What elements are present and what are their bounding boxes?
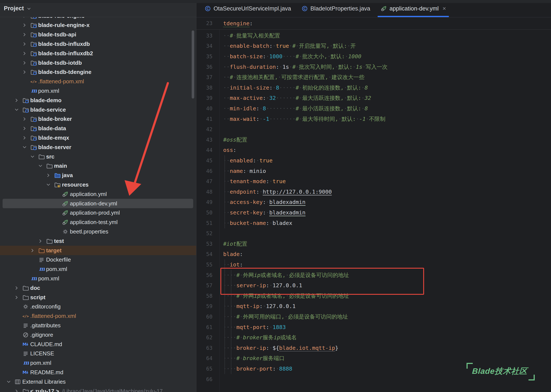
tree-item-blade-broker[interactable]: blade-broker [0, 114, 196, 124]
tree-item-application-prod.yml[interactable]: application-prod.yml [0, 208, 196, 218]
tree-item-java[interactable]: java [0, 171, 196, 180]
code-line-59[interactable]: 59····mqtt-ip:·127.0.0.1 [196, 301, 551, 311]
chevron-right-icon[interactable] [14, 98, 22, 103]
code-line-38[interactable]: 38··initial-size:·8·····#·初始化的连接数,·默认:·8 [196, 83, 551, 93]
tree-item--zulu-17-[interactable]: < zulu-17 >/Library/Java/JavaVirtualMach… [0, 386, 196, 392]
code-line-54[interactable]: 54blade: [196, 249, 551, 259]
tree-item-blade-tsdb-influxdb2[interactable]: blade-tsdb-influxdb2 [0, 49, 196, 58]
file-spring-icon [62, 210, 70, 216]
tree-item-application-test.yml[interactable]: application-test.yml [0, 218, 196, 227]
code-line-33[interactable]: 33··#·批量写入相关配置 [196, 30, 551, 41]
chevron-right-icon[interactable] [22, 135, 30, 140]
tree-item-external-libraries[interactable]: External Libraries [0, 377, 196, 386]
chevron-right-icon[interactable] [22, 51, 30, 56]
code-line-34[interactable]: 34··enable-batch:·true·#·开启批量写,·默认:·开 [196, 41, 551, 51]
file-spring-icon [62, 200, 70, 207]
chevron-right-icon[interactable] [14, 286, 22, 290]
chevron-right-icon[interactable] [22, 42, 30, 47]
tree-item-pom.xml[interactable]: mpom.xml [0, 86, 196, 96]
code-line-47[interactable]: 47··tenant-mode:·true [196, 176, 551, 187]
tree-item-blade-tsdb-tdengine[interactable]: blade-tsdb-tdengine [0, 68, 196, 77]
code-line-43[interactable]: 43#oss配置 [196, 134, 551, 145]
tab-label: OtaSecureUrlServiceImpl.java [214, 5, 291, 12]
chevron-right-icon[interactable] [22, 126, 30, 131]
tree-item-blade-data[interactable]: blade-data [0, 124, 196, 133]
project-tree-scrollbar[interactable] [192, 30, 194, 98]
editor-pane[interactable]: 23tdengine: 33··#·批量写入相关配置34··enable-bat… [196, 17, 551, 392]
chevron-down-icon[interactable] [46, 182, 54, 187]
code-line-37[interactable]: 37··#·连接池相关配置,·可按需求进行配置,·建议改大一些 [196, 72, 551, 83]
code-line-51[interactable]: 51··bucket-name:·bladex [196, 218, 551, 228]
code-line-36[interactable]: 36··flush-duration:·1s·#·批次写入时间,·默认:·1s·… [196, 62, 551, 72]
tree-item-main[interactable]: main [0, 161, 196, 171]
tree-item-resources[interactable]: resources [0, 180, 196, 189]
tree-item-beetl.properties[interactable]: beetl.properties [0, 227, 196, 236]
tree-item-src[interactable]: src [0, 152, 196, 161]
code-line-40[interactable]: 40··min-idle:·8·········#·最小活跃连接数,·默认:·8 [196, 103, 551, 114]
tree-item-dockerfile[interactable]: Dockerfile [0, 255, 196, 265]
tree-item-claude.md[interactable]: MCLAUDE.md [0, 340, 196, 349]
chevron-down-icon[interactable] [14, 107, 22, 112]
tree-item-blade-tsdb-iotdb[interactable]: blade-tsdb-iotdb [0, 58, 196, 68]
tree-item-test[interactable]: test [0, 236, 196, 246]
chevron-right-icon[interactable] [46, 173, 54, 178]
code-line-60[interactable]: 60····#·外网可用的端口,·必须是设备可访问的地址 [196, 311, 551, 322]
tree-item-blade-emqx[interactable]: blade-emqx [0, 133, 196, 142]
code-line-63[interactable]: 63····broker-ip:·${blade.iot.mqtt-ip} [196, 343, 551, 353]
tree-item-application.yml[interactable]: application.yml [0, 189, 196, 199]
code-line-41[interactable]: 41··max-wait:·-1········#·最大等待时间,·默认:·-1… [196, 114, 551, 124]
tree-item-readme.md[interactable]: MREADME.md [0, 368, 196, 377]
code-line-44[interactable]: 44oss: [196, 145, 551, 155]
chevron-down-icon[interactable] [6, 379, 14, 384]
code-line-52[interactable]: 52 [196, 228, 551, 239]
code-line-48[interactable]: 48··endpoint:·http://127.0.0.1:9000 [196, 187, 551, 197]
tree-item-blade-demo[interactable]: blade-demo [0, 96, 196, 105]
tree-item-.flattened-pom.xml[interactable]: </>.flattened-pom.xml [0, 77, 196, 86]
chevron-right-icon[interactable] [22, 32, 30, 37]
tree-item-.flattened-pom.xml[interactable]: </>.flattened-pom.xml [0, 311, 196, 321]
chevron-right-icon[interactable] [38, 239, 46, 244]
chevron-down-icon[interactable] [38, 163, 46, 168]
tree-item-.editorconfig[interactable]: .editorconfig [0, 302, 196, 311]
code-text: blade: [223, 249, 243, 259]
code-line-39[interactable]: 39··max-active:·32······#·最大活跃连接数,·默认:·3… [196, 93, 551, 103]
code-text: #oss配置 [223, 134, 247, 145]
tree-item-pom.xml[interactable]: mpom.xml [0, 274, 196, 283]
tree-item-target[interactable]: target [0, 246, 196, 255]
chevron-right-icon[interactable] [22, 23, 30, 28]
tree-item-blade-service[interactable]: blade-service [0, 105, 196, 114]
chevron-right-icon[interactable] [30, 248, 38, 253]
watermark-open-bracket-icon [466, 363, 473, 369]
tree-item-license[interactable]: LICENSE [0, 349, 196, 358]
tree-item-application-dev.yml[interactable]: application-dev.yml [3, 199, 193, 208]
chevron-right-icon[interactable] [14, 389, 22, 392]
chevron-right-icon[interactable] [22, 70, 30, 75]
tree-item-.gitignore[interactable]: .gitignore [0, 330, 196, 340]
tree-item-blade-tsdb-api[interactable]: blade-tsdb-api [0, 30, 196, 39]
code-line-45[interactable]: 45··enabled:·true [196, 155, 551, 166]
tree-item-blade-tsdb-influxdb[interactable]: blade-tsdb-influxdb [0, 39, 196, 49]
code-line-53[interactable]: 53#iot配置 [196, 239, 551, 249]
close-icon[interactable]: × [443, 6, 446, 12]
tree-item-blade-rule-engine-x[interactable]: blade-rule-engine-x [0, 21, 196, 30]
tree-item-.gitattributes[interactable]: .gitattributes [0, 321, 196, 330]
code-line-61[interactable]: 61····mqtt-port:·1883 [196, 322, 551, 332]
code-line-64[interactable]: 64····#·broker服务端口 [196, 353, 551, 364]
code-line-50[interactable]: 50··secret-key:·bladexadmin [196, 207, 551, 218]
code-line-62[interactable]: 62····#·broker服务ip或域名 [196, 332, 551, 343]
tree-item-blade-server[interactable]: blade-server [0, 142, 196, 152]
tree-item-script[interactable]: script [0, 293, 196, 302]
chevron-down-icon[interactable] [30, 154, 38, 159]
tree-item-pom.xml[interactable]: mpom.xml [0, 265, 196, 274]
tree-item-doc[interactable]: doc [0, 283, 196, 293]
chevron-right-icon[interactable] [22, 117, 30, 121]
chevron-right-icon[interactable] [14, 295, 22, 300]
chevron-down-icon[interactable] [22, 145, 30, 150]
chevron-down-icon[interactable] [27, 7, 31, 12]
chevron-right-icon[interactable] [22, 60, 30, 65]
code-line-49[interactable]: 49··access-key:·bladexadmin [196, 197, 551, 207]
tree-item-pom.xml[interactable]: mpom.xml [0, 358, 196, 368]
code-line-35[interactable]: 35··batch-size:·1000····#·批次大小,·默认:·1000 [196, 51, 551, 62]
code-line-42[interactable]: 42 [196, 124, 551, 134]
code-line-46[interactable]: 46··name:·minio [196, 166, 551, 176]
